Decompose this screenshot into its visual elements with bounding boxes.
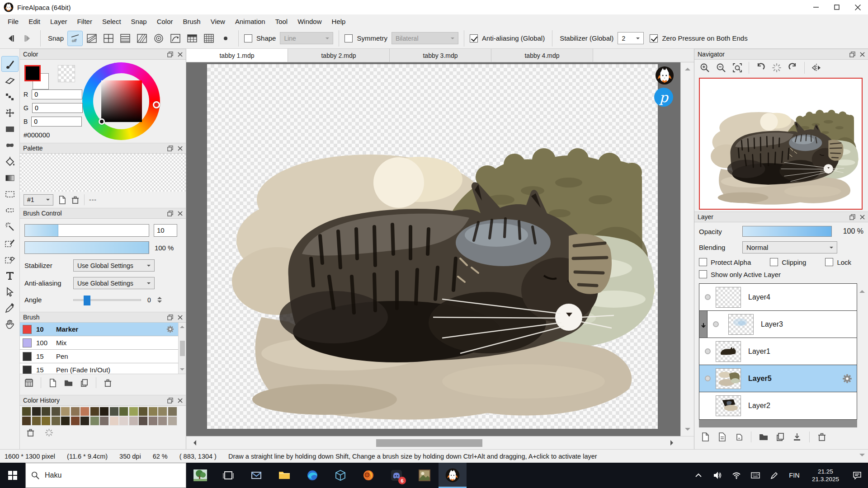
- brush-item-marker[interactable]: 10 Marker: [20, 323, 186, 336]
- color-history-swatch[interactable]: [90, 416, 99, 426]
- refresh-spinner-icon[interactable]: [45, 428, 53, 437]
- scroll-up-icon[interactable]: [685, 65, 690, 70]
- color-history-swatch[interactable]: [148, 407, 158, 416]
- sv-cursor[interactable]: [99, 118, 105, 125]
- close-panel-icon[interactable]: [860, 52, 865, 57]
- float-panel-icon[interactable]: [167, 52, 173, 57]
- show-only-active-checkbox[interactable]: [699, 270, 707, 278]
- color-history-swatch[interactable]: [61, 416, 70, 426]
- blue-input[interactable]: [31, 117, 82, 127]
- color-history-swatch[interactable]: [148, 416, 158, 426]
- taskbar-app-edge[interactable]: [298, 463, 326, 488]
- color-history-swatch[interactable]: [168, 407, 177, 416]
- snap-parallel-button[interactable]: [85, 31, 99, 46]
- layer-visibility-toggle[interactable]: [699, 375, 716, 381]
- scroll-right-icon[interactable]: [670, 440, 676, 446]
- color-history-swatch[interactable]: [138, 407, 148, 416]
- canvas-page[interactable]: [207, 64, 658, 429]
- float-panel-icon[interactable]: [849, 214, 855, 220]
- tray-volume[interactable]: [708, 463, 727, 488]
- antialias-dropdown[interactable]: Use Global Settings: [73, 277, 155, 289]
- select-pen-tool[interactable]: [2, 235, 18, 250]
- menu-item-brush[interactable]: Brush: [178, 16, 206, 27]
- select-rect-tool[interactable]: [2, 187, 18, 202]
- minimize-button[interactable]: [806, 0, 826, 14]
- zoom-out-icon[interactable]: [716, 63, 726, 73]
- snap-horizontal-button[interactable]: [118, 31, 132, 46]
- close-panel-icon[interactable]: [178, 146, 183, 151]
- color-history-swatch[interactable]: [119, 407, 128, 416]
- select-lasso-tool[interactable]: [2, 203, 18, 218]
- dot-tool[interactable]: [2, 89, 18, 104]
- layer-folder-icon[interactable]: [759, 432, 768, 441]
- shape-checkbox[interactable]: [244, 34, 252, 42]
- brush-opacity-slider[interactable]: [24, 241, 149, 254]
- rotate-cw-icon[interactable]: [788, 63, 798, 73]
- firealpaca-overlay-button[interactable]: [655, 66, 674, 85]
- tab-tabby-3[interactable]: tabby 3.mdp: [390, 49, 491, 62]
- horizontal-scrollbar[interactable]: [186, 436, 694, 449]
- color-history-swatch[interactable]: [80, 407, 90, 416]
- zoom-fit-icon[interactable]: [732, 63, 742, 73]
- text-tool[interactable]: [2, 268, 18, 283]
- transparent-color-swatch[interactable]: [58, 65, 75, 82]
- delete-layer-icon[interactable]: [817, 432, 826, 441]
- menu-item-filter[interactable]: Filter: [72, 16, 97, 27]
- tray-clock[interactable]: 21.25 21.3.2025: [805, 468, 846, 483]
- layer-settings-gear-icon[interactable]: [842, 374, 852, 384]
- taskbar-shortcut-tree[interactable]: [186, 463, 214, 488]
- blending-dropdown[interactable]: Normal: [742, 241, 837, 253]
- tray-language[interactable]: FIN: [784, 472, 805, 479]
- snap-crisscross-button[interactable]: [101, 31, 116, 46]
- move-tool[interactable]: [2, 105, 18, 120]
- scroll-down-icon[interactable]: [180, 368, 184, 373]
- color-history-swatch[interactable]: [109, 416, 119, 426]
- angle-spinner[interactable]: [157, 295, 162, 305]
- angle-slider[interactable]: [73, 299, 141, 301]
- color-history-swatch[interactable]: [138, 416, 148, 426]
- color-history-swatch[interactable]: [22, 416, 31, 426]
- color-history-swatch[interactable]: [41, 407, 51, 416]
- taskbar-app-discord[interactable]: 6: [382, 463, 410, 488]
- vertical-scrollbar[interactable]: [680, 62, 694, 436]
- float-panel-icon[interactable]: [167, 145, 173, 151]
- flip-horizontal-icon[interactable]: [811, 63, 822, 73]
- zoom-in-icon[interactable]: [700, 63, 710, 73]
- layer-visibility-toggle[interactable]: [699, 348, 716, 354]
- antialias-global-checkbox[interactable]: [470, 34, 478, 42]
- brush-folder-icon[interactable]: [64, 379, 73, 387]
- operation-tool[interactable]: [2, 284, 18, 299]
- layer-visibility-toggle[interactable]: [699, 294, 716, 300]
- add-8bit-layer-icon[interactable]: [717, 432, 726, 441]
- rotate-ccw-icon[interactable]: [755, 63, 765, 73]
- close-panel-icon[interactable]: [178, 398, 183, 403]
- step-back-button[interactable]: [4, 31, 18, 46]
- menu-item-file[interactable]: File: [3, 16, 24, 27]
- menu-item-select[interactable]: Select: [97, 16, 126, 27]
- scroll-down-icon[interactable]: [685, 428, 690, 433]
- scrollbar-thumb[interactable]: [376, 439, 482, 447]
- add-layer-icon[interactable]: [701, 432, 710, 441]
- merge-down-icon[interactable]: [793, 432, 802, 441]
- brush-size-value[interactable]: 10: [154, 224, 177, 237]
- brush-settings-gear-icon[interactable]: [166, 325, 174, 333]
- color-history-swatch[interactable]: [168, 416, 177, 426]
- menu-item-view[interactable]: View: [206, 16, 230, 27]
- brush-item-pen-fade[interactable]: 15 Pen (Fade In/Out): [20, 363, 186, 374]
- protect-alpha-checkbox[interactable]: [699, 258, 707, 266]
- taskbar-app-file-explorer[interactable]: [270, 463, 298, 488]
- reset-rotation-spinner-icon[interactable]: [772, 63, 782, 73]
- snap-diagonal-button[interactable]: [135, 31, 149, 46]
- menu-item-animation[interactable]: Animation: [230, 16, 270, 27]
- clipping-checkbox[interactable]: [770, 258, 778, 266]
- taskbar-app-firealpaca[interactable]: [439, 463, 467, 488]
- snap-mesh-button[interactable]: [202, 31, 216, 46]
- menu-item-help[interactable]: Help: [327, 16, 351, 27]
- select-eraser-tool[interactable]: [2, 252, 18, 267]
- brush-list-scrollbar[interactable]: [178, 323, 186, 374]
- menu-item-layer[interactable]: Layer: [45, 16, 72, 27]
- snap-curve-button[interactable]: [168, 31, 183, 46]
- tray-pen[interactable]: [765, 463, 784, 488]
- brush-item-mix[interactable]: 100 Mix: [20, 336, 186, 350]
- lock-checkbox[interactable]: [825, 258, 833, 266]
